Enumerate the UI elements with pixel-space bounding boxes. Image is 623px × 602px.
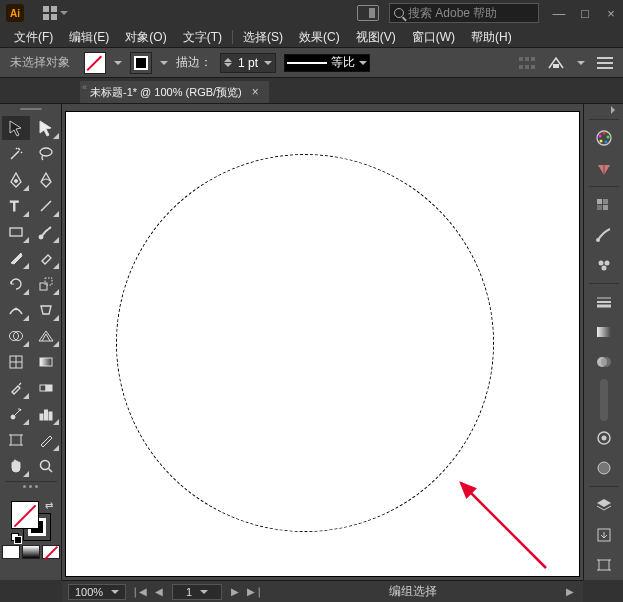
- rotate-tool[interactable]: [2, 272, 30, 296]
- appearance-panel-icon[interactable]: [587, 423, 621, 453]
- color-mode-gradient[interactable]: [22, 545, 40, 559]
- menu-edit[interactable]: 编辑(E): [61, 26, 117, 48]
- slice-tool[interactable]: [32, 428, 60, 452]
- artboard-tool[interactable]: [2, 428, 30, 452]
- column-graph-tool[interactable]: [32, 402, 60, 426]
- magic-wand-tool[interactable]: [2, 142, 30, 166]
- zoom-level-select[interactable]: 100%: [68, 584, 126, 600]
- minimize-button[interactable]: —: [553, 6, 565, 21]
- artboard-last-button[interactable]: ▶❘: [248, 585, 262, 599]
- type-tool[interactable]: T: [2, 194, 30, 218]
- svg-rect-49: [599, 560, 609, 570]
- hand-tool[interactable]: [2, 454, 30, 478]
- gradient-panel-icon[interactable]: [587, 317, 621, 347]
- menu-effect[interactable]: 效果(C): [291, 26, 348, 48]
- dashed-circle-shape[interactable]: [116, 154, 494, 532]
- menu-help[interactable]: 帮助(H): [463, 26, 520, 48]
- selection-tool[interactable]: [2, 116, 30, 140]
- fill-stroke-control[interactable]: ⇄: [11, 501, 51, 541]
- color-mode-none[interactable]: [42, 545, 60, 559]
- artboard-first-button[interactable]: ❘◀: [132, 585, 146, 599]
- direct-selection-tool[interactable]: [32, 116, 60, 140]
- stroke-step-up-icon[interactable]: [224, 54, 232, 62]
- rectangle-tool[interactable]: [2, 220, 30, 244]
- curvature-tool[interactable]: [32, 168, 60, 192]
- tools-panel-grip[interactable]: [11, 108, 51, 112]
- search-box[interactable]: 搜索 Adobe 帮助: [389, 3, 539, 23]
- artboard-next-button[interactable]: ▶: [228, 585, 242, 599]
- eyedropper-tool[interactable]: [2, 376, 30, 400]
- line-segment-tool[interactable]: [32, 194, 60, 218]
- menu-window[interactable]: 窗口(W): [404, 26, 463, 48]
- swap-fill-stroke-icon[interactable]: ⇄: [45, 500, 53, 511]
- color-panel-icon[interactable]: [587, 123, 621, 153]
- artboard-prev-button[interactable]: ◀: [152, 585, 166, 599]
- stroke-dropdown[interactable]: [160, 61, 168, 69]
- scale-tool[interactable]: [32, 272, 60, 296]
- symbol-sprayer-tool[interactable]: [2, 402, 30, 426]
- stroke-weight-dropdown[interactable]: [264, 61, 272, 69]
- edit-toolbar-button[interactable]: [17, 485, 45, 495]
- menu-type[interactable]: 文字(T): [175, 26, 230, 48]
- svg-point-16: [11, 415, 15, 419]
- free-transform-tool[interactable]: [32, 298, 60, 322]
- graphic-styles-panel-icon[interactable]: [587, 453, 621, 483]
- mesh-tool[interactable]: [2, 350, 30, 374]
- artboard[interactable]: [66, 112, 579, 576]
- panel-collapse-button[interactable]: «: [82, 83, 87, 91]
- width-tool[interactable]: [2, 298, 30, 322]
- dock-expand-button[interactable]: [584, 104, 623, 116]
- canvas-region[interactable]: [62, 104, 583, 580]
- zoom-tool[interactable]: [32, 454, 60, 478]
- tab-close-button[interactable]: ×: [252, 85, 259, 99]
- document-tab[interactable]: 未标题-1* @ 100% (RGB/预览) ×: [80, 81, 269, 103]
- perspective-grid-tool[interactable]: [32, 324, 60, 348]
- svg-point-37: [601, 266, 606, 271]
- artboards-panel-icon[interactable]: [587, 550, 621, 580]
- svg-rect-31: [603, 199, 608, 204]
- asset-export-panel-icon[interactable]: [587, 520, 621, 550]
- fill-swatch[interactable]: [84, 52, 106, 74]
- fill-indicator[interactable]: [11, 501, 39, 529]
- stroke-swatch[interactable]: [130, 52, 152, 74]
- shaper-tool[interactable]: [2, 246, 30, 270]
- menu-file[interactable]: 文件(F): [6, 26, 61, 48]
- default-fill-stroke-icon[interactable]: [11, 533, 21, 543]
- close-button[interactable]: ×: [605, 6, 617, 21]
- maximize-button[interactable]: □: [579, 6, 591, 21]
- menu-object[interactable]: 对象(O): [117, 26, 174, 48]
- align-group: [519, 57, 535, 69]
- paintbrush-tool[interactable]: [32, 220, 60, 244]
- eraser-tool[interactable]: [32, 246, 60, 270]
- transparency-panel-icon[interactable]: [587, 347, 621, 377]
- control-panel-menu-icon[interactable]: [597, 57, 613, 69]
- workspace-panel-toggle[interactable]: [357, 5, 379, 21]
- blend-tool[interactable]: [32, 376, 60, 400]
- isolate-dropdown[interactable]: [577, 61, 585, 69]
- lasso-tool[interactable]: [32, 142, 60, 166]
- variable-width-profile[interactable]: 等比: [284, 54, 370, 72]
- fill-dropdown[interactable]: [114, 61, 122, 69]
- pen-tool[interactable]: [2, 168, 30, 192]
- panel-dock: [583, 104, 623, 580]
- artboard-index-select[interactable]: 1: [172, 584, 222, 600]
- menu-select[interactable]: 选择(S): [235, 26, 291, 48]
- swatches-panel-icon[interactable]: [587, 190, 621, 220]
- arrange-documents-button[interactable]: [42, 3, 68, 23]
- shape-builder-tool[interactable]: [2, 324, 30, 348]
- svg-rect-20: [11, 435, 21, 445]
- color-guide-panel-icon[interactable]: [587, 153, 621, 183]
- color-mode-solid[interactable]: [2, 545, 20, 559]
- isolate-button[interactable]: [547, 56, 565, 70]
- svg-rect-7: [40, 283, 47, 290]
- symbols-panel-icon[interactable]: [587, 250, 621, 280]
- stroke-step-down-icon[interactable]: [224, 63, 232, 71]
- menu-view[interactable]: 视图(V): [348, 26, 404, 48]
- dock-scroll-thumb[interactable]: [600, 379, 608, 421]
- brushes-panel-icon[interactable]: [587, 220, 621, 250]
- layers-panel-icon[interactable]: [587, 490, 621, 520]
- gradient-tool[interactable]: [32, 350, 60, 374]
- stroke-panel-icon[interactable]: [587, 287, 621, 317]
- stroke-weight-input[interactable]: 1 pt: [220, 53, 276, 73]
- status-next-icon[interactable]: ▶: [563, 585, 577, 599]
